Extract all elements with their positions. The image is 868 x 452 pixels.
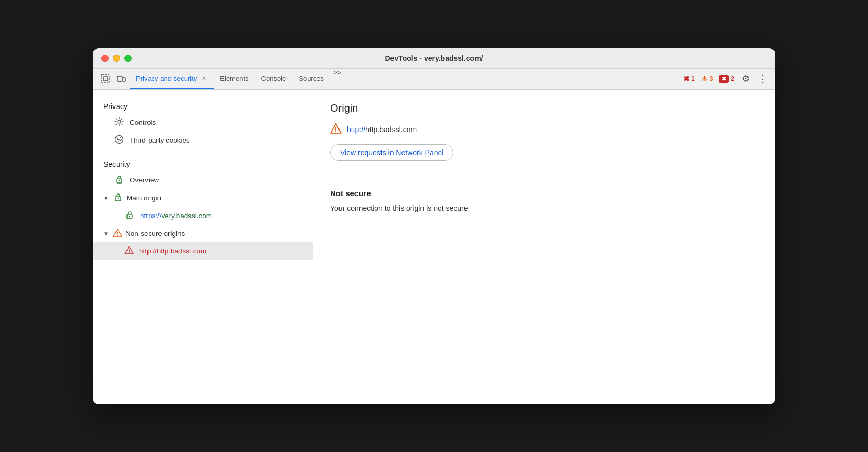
sidebar-item-overview[interactable]: Overview <box>93 171 313 189</box>
tabs-area: Privacy and security ✕ Elements Console … <box>130 69 680 89</box>
svg-point-14 <box>118 198 119 199</box>
svg-point-22 <box>335 131 336 132</box>
warning-badge[interactable]: ⚠ 3 <box>699 73 715 84</box>
lock-green-icon <box>114 175 124 186</box>
tab-elements-label: Elements <box>220 74 248 82</box>
more-tabs-icon[interactable]: >> <box>330 69 344 89</box>
cookie-icon <box>114 135 124 146</box>
error-badge-count: 1 <box>691 75 695 82</box>
security-section-title: Security <box>93 156 313 171</box>
svg-point-16 <box>129 216 130 217</box>
privacy-section-title: Privacy <box>93 98 313 114</box>
toolbar-right: ✖ 1 ⚠ 3 ✖ 2 ⚙ ⋮ <box>681 71 770 86</box>
error-badge[interactable]: ✖ 1 <box>681 73 697 84</box>
https-very-badssl-url[interactable]: https://very.badssl.com <box>140 212 212 220</box>
url-rest: http.badssl.com <box>365 125 417 134</box>
tab-close-icon[interactable]: ✕ <box>200 74 207 82</box>
http-badssl-url[interactable]: http://http.badssl.com <box>139 247 206 255</box>
svg-point-12 <box>119 180 120 181</box>
main-origin-lock-icon <box>113 192 123 204</box>
svg-point-5 <box>118 120 121 123</box>
warning-triangle-icon <box>113 228 122 239</box>
controls-label: Controls <box>130 119 302 126</box>
tab-privacy-security[interactable]: Privacy and security ✕ <box>130 69 214 89</box>
svg-point-8 <box>120 137 121 138</box>
window-title: DevTools - very.badssl.com/ <box>385 54 483 62</box>
origin-title: Origin <box>330 102 758 114</box>
maximize-button[interactable] <box>124 55 132 62</box>
inspect-element-icon[interactable] <box>98 71 113 86</box>
overview-label: Overview <box>130 176 302 184</box>
toolbar: Privacy and security ✕ Elements Console … <box>93 69 775 90</box>
warning-triangle-red-icon <box>124 245 134 256</box>
url-scheme: http:// <box>347 125 365 134</box>
device-toggle-icon[interactable] <box>114 71 129 86</box>
main-origin-label: Main origin <box>126 194 161 202</box>
main-panel: Origin http://http.badssl.com View reque… <box>313 90 775 404</box>
third-party-cookies-label: Third-party cookies <box>130 136 302 144</box>
view-requests-button[interactable]: View requests in Network Panel <box>330 144 453 161</box>
sidebar: Privacy Controls <box>93 90 313 404</box>
warning-badge-count: 3 <box>710 75 713 82</box>
warning-badge-icon: ⚠ <box>701 74 708 83</box>
sidebar-item-third-party-cookies[interactable]: Third-party cookies <box>93 132 313 149</box>
svg-rect-2 <box>117 76 122 81</box>
info-badge-icon: ✖ <box>719 75 729 83</box>
security-description: Your connection to this origin is not se… <box>330 203 758 214</box>
sidebar-item-http-badssl[interactable]: http://http.badssl.com <box>93 242 313 260</box>
security-section: Not secure Your connection to this origi… <box>313 176 775 227</box>
origin-url: http://http.badssl.com <box>347 125 417 134</box>
settings-icon[interactable]: ⚙ <box>738 71 753 86</box>
traffic-lights <box>101 55 132 62</box>
tab-sources[interactable]: Sources <box>292 69 330 89</box>
tab-sources-label: Sources <box>299 74 324 82</box>
not-secure-title: Not secure <box>330 189 758 198</box>
origin-url-row: http://http.badssl.com <box>330 123 758 137</box>
tab-console-label: Console <box>261 74 287 82</box>
svg-rect-1 <box>103 77 108 81</box>
svg-rect-0 <box>101 74 110 83</box>
tab-privacy-security-label: Privacy and security <box>136 74 197 82</box>
svg-point-9 <box>118 141 119 142</box>
close-button[interactable] <box>101 55 109 62</box>
chevron-down-icon: ▼ <box>103 195 110 201</box>
svg-point-18 <box>117 235 118 236</box>
non-secure-origins-label: Non-secure origins <box>125 230 185 238</box>
sidebar-item-controls[interactable]: Controls <box>93 114 313 132</box>
devtools-window: DevTools - very.badssl.com/ Privacy and … <box>93 48 775 404</box>
info-badge[interactable]: ✖ 2 <box>717 74 736 84</box>
error-badge-icon: ✖ <box>683 74 690 83</box>
tab-console[interactable]: Console <box>255 69 293 89</box>
main-content: Privacy Controls <box>93 90 775 404</box>
svg-rect-3 <box>123 78 125 81</box>
non-secure-chevron-icon: ▼ <box>103 231 110 236</box>
origin-warning-icon <box>330 123 342 137</box>
origin-section: Origin http://http.badssl.com View reque… <box>313 90 775 176</box>
svg-point-20 <box>129 252 130 253</box>
more-menu-icon[interactable]: ⋮ <box>755 71 770 86</box>
svg-point-7 <box>117 138 118 139</box>
sidebar-item-non-secure-origins[interactable]: ▼ Non-secure origins <box>93 225 313 242</box>
sidebar-item-https-very-badssl[interactable]: https://very.badssl.com <box>93 207 313 225</box>
minimize-button[interactable] <box>113 55 120 62</box>
titlebar: DevTools - very.badssl.com/ <box>93 48 775 69</box>
sidebar-item-main-origin[interactable]: ▼ Main origin <box>93 189 313 207</box>
info-badge-count: 2 <box>731 75 734 82</box>
tab-elements[interactable]: Elements <box>214 69 255 89</box>
sub-lock-green-icon <box>124 210 135 222</box>
gear-icon <box>114 117 124 128</box>
